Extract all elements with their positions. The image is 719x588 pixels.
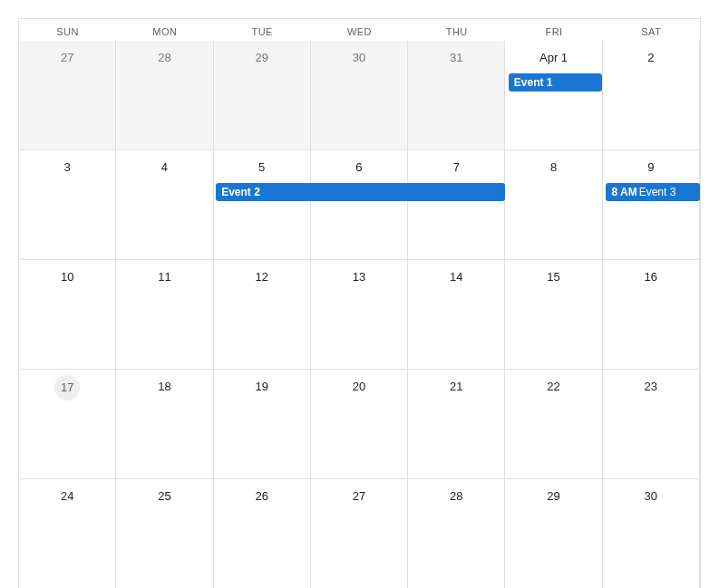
- weekday-header: SUN: [19, 19, 116, 41]
- calendar-day-cell[interactable]: 27: [311, 479, 408, 588]
- calendar-day-cell[interactable]: 20: [311, 370, 408, 479]
- calendar-month-grid: SUN MON TUE WED THU FRI SAT 2728293031Ap…: [18, 18, 701, 588]
- calendar-day-cell[interactable]: 3: [19, 150, 116, 260]
- calendar-day-cell[interactable]: 31: [408, 41, 505, 150]
- calendar-event[interactable]: Event 1: [509, 73, 603, 92]
- day-number: 20: [347, 375, 371, 399]
- day-number: 29: [542, 485, 566, 508]
- day-number: 5: [250, 156, 274, 179]
- calendar-day-cell[interactable]: 24: [19, 479, 116, 588]
- weekday-header: THU: [408, 19, 505, 41]
- calendar-day-cell[interactable]: 18: [116, 370, 213, 479]
- day-number: 16: [639, 265, 663, 289]
- calendar-day-cell[interactable]: 30: [311, 41, 408, 150]
- weekday-header: WED: [311, 19, 408, 41]
- weekday-header: MON: [116, 19, 213, 41]
- day-number: 27: [55, 46, 79, 70]
- calendar-day-cell[interactable]: 12: [214, 260, 311, 370]
- day-number: 31: [444, 46, 468, 70]
- calendar-day-cell[interactable]: 25: [116, 479, 213, 588]
- calendar-day-cell[interactable]: Apr 1: [505, 41, 602, 150]
- calendar-day-cell[interactable]: 29: [214, 41, 311, 150]
- day-number: 21: [444, 375, 468, 399]
- calendar-week: 17181920212223: [19, 370, 700, 479]
- calendar-day-cell[interactable]: 27: [19, 41, 116, 150]
- weekday-header: TUE: [214, 19, 311, 41]
- day-number: 15: [542, 265, 566, 289]
- event-title: Event 2: [221, 186, 260, 198]
- calendar-day-cell[interactable]: 10: [19, 260, 116, 370]
- day-number: 28: [152, 46, 176, 70]
- calendar-day-cell[interactable]: 30: [603, 479, 700, 588]
- calendar-day-cell[interactable]: 6: [311, 150, 408, 260]
- calendar-week: 2728293031Apr 12Event 1: [19, 41, 700, 150]
- day-number: 27: [347, 485, 371, 508]
- calendar-day-cell[interactable]: 26: [214, 479, 311, 588]
- weekday-header-row: SUN MON TUE WED THU FRI SAT: [19, 19, 700, 41]
- day-number: 30: [639, 485, 663, 508]
- day-number: 28: [444, 485, 468, 508]
- calendar-day-cell[interactable]: 21: [408, 370, 505, 479]
- day-number: 26: [250, 485, 274, 508]
- weekday-header: SAT: [603, 19, 700, 41]
- calendar-day-cell[interactable]: 19: [214, 370, 311, 479]
- calendar-day-cell[interactable]: 28: [116, 41, 213, 150]
- day-number: 3: [55, 156, 79, 179]
- calendar-day-cell[interactable]: 22: [505, 370, 602, 479]
- day-number: 12: [250, 265, 274, 289]
- day-number: 13: [347, 265, 371, 289]
- day-number: 8: [542, 156, 566, 179]
- day-number: 22: [542, 375, 566, 399]
- day-number: 18: [152, 375, 176, 399]
- day-number: 19: [250, 375, 274, 399]
- calendar-day-cell[interactable]: 29: [505, 479, 602, 588]
- calendar-day-cell[interactable]: 7: [408, 150, 505, 260]
- calendar-week: 24252627282930: [19, 479, 700, 588]
- calendar-day-cell[interactable]: 4: [116, 150, 213, 260]
- calendar-day-cell[interactable]: 8: [505, 150, 602, 260]
- calendar-day-cell[interactable]: 23: [603, 370, 700, 479]
- day-number: 25: [152, 485, 176, 508]
- day-number: 10: [55, 265, 79, 289]
- calendar-week: 10111213141516: [19, 260, 700, 370]
- weekday-header: FRI: [505, 19, 602, 41]
- day-number: 24: [55, 485, 79, 508]
- day-number: 17: [54, 375, 80, 400]
- calendar-day-cell[interactable]: 5: [214, 150, 311, 260]
- day-number: 14: [444, 265, 468, 289]
- calendar-event[interactable]: Event 2: [216, 183, 505, 201]
- day-number: 9: [639, 156, 663, 179]
- calendar-day-cell[interactable]: 13: [311, 260, 408, 370]
- event-title: Event 1: [514, 76, 553, 89]
- day-number: Apr 1: [539, 46, 568, 70]
- day-number: 29: [250, 46, 274, 70]
- calendar-day-cell[interactable]: 11: [116, 260, 213, 370]
- day-number: 11: [152, 265, 176, 289]
- calendar-day-cell[interactable]: 15: [505, 260, 602, 370]
- calendar-day-cell[interactable]: 9: [603, 150, 700, 260]
- day-number: 2: [639, 46, 663, 70]
- day-number: 7: [444, 156, 468, 179]
- day-number: 6: [347, 156, 371, 179]
- calendar-day-cell[interactable]: 16: [603, 260, 700, 370]
- calendar-day-cell[interactable]: 17: [19, 370, 116, 479]
- calendar-day-cell[interactable]: 2: [603, 41, 700, 150]
- calendar-day-cell[interactable]: 28: [408, 479, 505, 588]
- event-title: Event 3: [639, 186, 676, 198]
- calendar-week: 3456789Event 28 AMEvent 3: [19, 150, 700, 260]
- event-time: 8 AM: [611, 186, 636, 198]
- day-number: 30: [347, 46, 371, 70]
- calendar-day-cell[interactable]: 14: [408, 260, 505, 370]
- calendar-event[interactable]: 8 AMEvent 3: [606, 183, 700, 201]
- day-number: 4: [152, 156, 176, 179]
- day-number: 23: [639, 375, 663, 399]
